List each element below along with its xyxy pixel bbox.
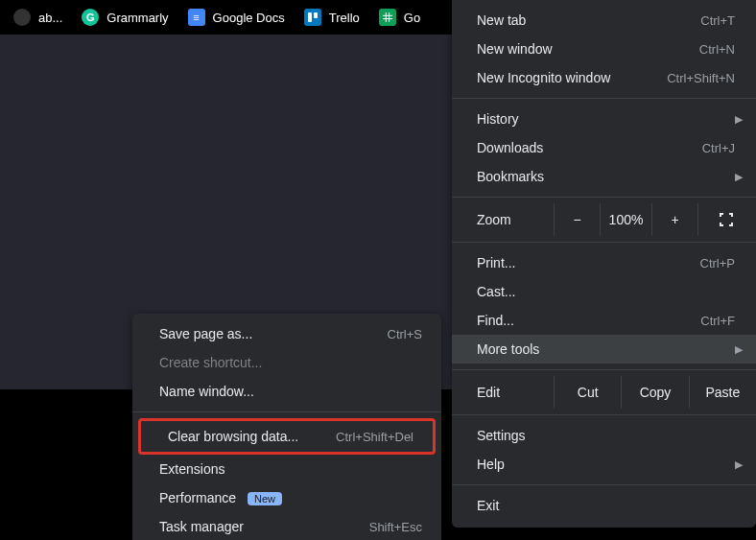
menu-item-new-incognito[interactable]: New Incognito window Ctrl+Shift+N [452, 63, 756, 92]
submenu-label: Performance New [159, 490, 422, 505]
menu-label: Find... [477, 313, 700, 328]
submenu-arrow-icon: ▶ [735, 113, 743, 126]
menu-shortcut: Ctrl+T [700, 13, 735, 28]
performance-text: Performance [159, 490, 236, 505]
menu-label: Bookmarks [477, 169, 735, 184]
bookmark-item[interactable]: ≡ Google Docs [180, 5, 293, 30]
submenu-shortcut: Ctrl+S [388, 327, 422, 341]
menu-shortcut: Ctrl+Shift+N [667, 71, 735, 85]
menu-item-help[interactable]: Help ▶ [452, 450, 756, 479]
menu-shortcut: Ctrl+P [700, 256, 735, 270]
menu-item-settings[interactable]: Settings [452, 421, 756, 450]
zoom-out-button[interactable]: − [554, 203, 600, 236]
menu-label: New tab [477, 12, 700, 28]
submenu-item-clear-browsing-data[interactable]: Clear browsing data... Ctrl+Shift+Del [141, 421, 433, 452]
new-badge: New [248, 492, 282, 505]
menu-item-more-tools[interactable]: More tools ▶ [452, 335, 756, 364]
menu-separator [452, 242, 756, 243]
submenu-item-task-manager[interactable]: Task manager Shift+Esc [132, 512, 441, 540]
more-tools-submenu: Save page as... Ctrl+S Create shortcut..… [132, 314, 441, 540]
fullscreen-button[interactable] [697, 203, 753, 236]
submenu-label: Task manager [159, 519, 369, 534]
svg-rect-1 [314, 12, 318, 18]
bookmark-item[interactable]: ab... [6, 5, 70, 30]
menu-item-edit: Edit Cut Copy Paste [452, 376, 756, 409]
menu-item-exit[interactable]: Exit [452, 491, 756, 520]
bookmark-item[interactable]: Go [371, 5, 428, 30]
menu-label: More tools [477, 341, 735, 357]
submenu-shortcut: Ctrl+Shift+Del [336, 430, 413, 444]
google-sheets-icon [379, 9, 396, 26]
menu-item-new-window[interactable]: New window Ctrl+N [452, 35, 756, 63]
submenu-arrow-icon: ▶ [735, 458, 743, 471]
menu-label: New window [477, 41, 699, 57]
menu-item-new-tab[interactable]: New tab Ctrl+T [452, 6, 756, 35]
menu-separator [452, 369, 756, 370]
menu-separator [452, 98, 756, 99]
menu-item-history[interactable]: History ▶ [452, 105, 756, 133]
bookmark-label: Go [404, 11, 420, 25]
bookmark-favicon [13, 9, 31, 26]
menu-label: Help [477, 457, 735, 472]
zoom-value: 100% [600, 203, 651, 236]
bookmark-label: Trello [329, 11, 360, 25]
bookmark-label: ab... [38, 11, 62, 25]
google-docs-icon: ≡ [188, 9, 205, 26]
menu-item-zoom: Zoom − 100% + [452, 203, 756, 236]
bookmark-label: Google Docs [213, 11, 285, 25]
menu-item-downloads[interactable]: Downloads Ctrl+J [452, 133, 756, 162]
menu-item-print[interactable]: Print... Ctrl+P [452, 248, 756, 277]
menu-label: Settings [477, 428, 735, 443]
submenu-label: Clear browsing data... [168, 429, 336, 444]
submenu-item-performance[interactable]: Performance New [132, 483, 441, 512]
paste-button[interactable]: Paste [689, 376, 756, 409]
menu-item-cast[interactable]: Cast... [452, 277, 756, 306]
menu-label: Print... [477, 255, 700, 270]
menu-label: Cast... [477, 284, 735, 299]
cut-button[interactable]: Cut [554, 376, 621, 409]
bookmark-item[interactable]: Trello [296, 5, 367, 30]
menu-shortcut: Ctrl+N [699, 42, 735, 57]
submenu-arrow-icon: ▶ [735, 171, 743, 183]
zoom-in-button[interactable]: + [651, 203, 697, 236]
menu-separator [132, 411, 441, 412]
submenu-label: Save page as... [159, 326, 388, 341]
menu-label: New Incognito window [477, 70, 667, 85]
menu-label: Downloads [477, 140, 702, 155]
submenu-label: Extensions [159, 461, 422, 477]
submenu-shortcut: Shift+Esc [369, 520, 422, 534]
menu-item-bookmarks[interactable]: Bookmarks ▶ [452, 162, 756, 191]
fullscreen-icon [720, 213, 733, 226]
menu-separator [452, 484, 756, 485]
menu-shortcut: Ctrl+F [700, 314, 735, 328]
menu-label: History [477, 111, 735, 127]
submenu-item-extensions[interactable]: Extensions [132, 455, 441, 483]
bookmark-item[interactable]: G Grammarly [74, 5, 176, 30]
svg-rect-0 [308, 12, 312, 22]
submenu-item-name-window[interactable]: Name window... [132, 377, 441, 406]
copy-button[interactable]: Copy [621, 376, 688, 409]
tutorial-highlight-box: Clear browsing data... Ctrl+Shift+Del [138, 418, 436, 455]
grammarly-icon: G [82, 9, 99, 26]
menu-separator [452, 414, 756, 415]
menu-separator [452, 197, 756, 198]
edit-label: Edit [452, 385, 554, 400]
submenu-item-create-shortcut[interactable]: Create shortcut... [132, 348, 441, 377]
submenu-item-save-page[interactable]: Save page as... Ctrl+S [132, 319, 441, 348]
submenu-label: Create shortcut... [159, 355, 422, 370]
submenu-label: Name window... [159, 384, 422, 399]
chrome-main-menu: New tab Ctrl+T New window Ctrl+N New Inc… [452, 0, 756, 528]
trello-icon [304, 9, 321, 26]
svg-rect-2 [383, 12, 392, 22]
menu-label: Exit [477, 498, 735, 513]
menu-shortcut: Ctrl+J [702, 141, 735, 155]
submenu-arrow-icon: ▶ [735, 343, 743, 356]
zoom-label: Zoom [452, 212, 554, 227]
bookmark-label: Grammarly [106, 11, 168, 25]
menu-item-find[interactable]: Find... Ctrl+F [452, 306, 756, 335]
